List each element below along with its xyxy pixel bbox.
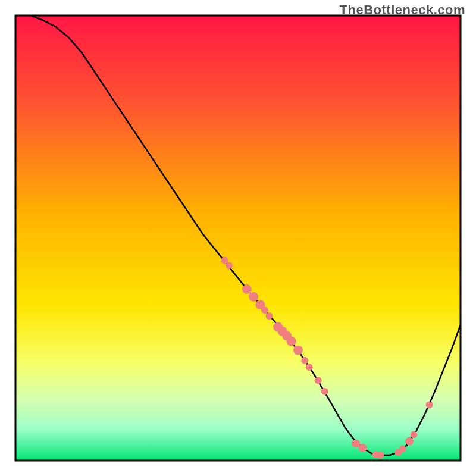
data-marker xyxy=(426,402,433,409)
data-marker xyxy=(306,364,313,371)
data-marker xyxy=(287,337,296,346)
data-marker xyxy=(301,357,308,364)
data-marker xyxy=(410,431,417,439)
bottleneck-chart xyxy=(0,0,476,476)
data-marker xyxy=(249,292,258,302)
data-marker xyxy=(261,306,268,314)
data-marker xyxy=(293,346,303,355)
watermark-text: TheBottleneck.com xyxy=(340,2,465,18)
data-marker xyxy=(399,446,406,453)
plot-background xyxy=(15,15,461,461)
data-marker xyxy=(242,284,252,294)
data-marker xyxy=(358,444,367,452)
chart-container: TheBottleneck.com xyxy=(0,0,476,476)
data-marker xyxy=(226,262,233,269)
data-marker xyxy=(377,452,384,459)
data-marker xyxy=(315,377,322,384)
data-marker xyxy=(405,437,414,446)
data-marker xyxy=(265,312,273,320)
data-marker xyxy=(321,388,328,395)
